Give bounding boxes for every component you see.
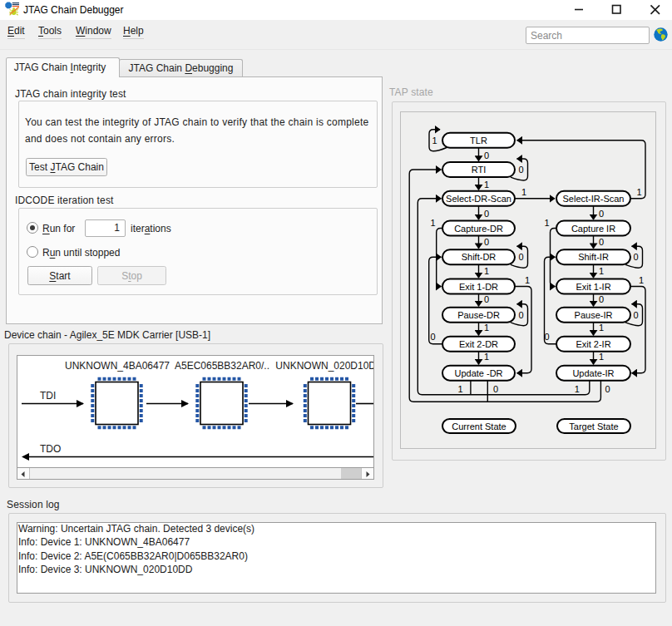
tap-node-pause-ir-label: Pause-IR xyxy=(575,310,613,320)
edge-label-exit2ir-updateir: 1 xyxy=(599,352,604,362)
device-chain-canvas: UNKNOWN_4BA06477 A5EC065BB32AR0/.. UNKNO… xyxy=(17,355,374,480)
menu-window[interactable]: Window xyxy=(76,25,111,39)
edge-label-rti-seldr: 1 xyxy=(484,180,489,190)
tap-state-diagram: TLR RTI Select-DR-Scan Select-IR-Scan Ca… xyxy=(401,112,655,448)
idcode-group-title: IDCODE iteration test xyxy=(15,195,114,206)
edge-label-pausedr-exit2dr: 1 xyxy=(484,323,489,333)
log-line-3: Info: Device 2: A5E(C065BB32AR0|D065BB32… xyxy=(18,550,248,562)
edge-label-exit1ir-updateir: 1 xyxy=(639,275,644,285)
device-2-chip[interactable] xyxy=(197,379,245,427)
run-for-label: Run for xyxy=(42,223,75,234)
scroll-left-button[interactable] xyxy=(17,468,30,479)
device-1-label: UNKNOWN_4BA06477 xyxy=(65,360,170,372)
tap-node-exit1-dr-label: Exit 1-DR xyxy=(459,282,498,292)
menu-tools[interactable]: Tools xyxy=(38,25,62,39)
scroll-right-button[interactable] xyxy=(361,468,373,479)
edge-label-capdr-shiftdr: 0 xyxy=(484,237,489,247)
search-input[interactable] xyxy=(526,27,650,44)
tap-node-select-ir-label: Select-IR-Scan xyxy=(563,194,625,204)
session-log-title: Session log xyxy=(7,499,60,510)
menu-help[interactable]: Help xyxy=(123,25,144,39)
menu-bar: Edit Tools Window Help xyxy=(0,20,672,50)
menu-edit[interactable]: Edit xyxy=(7,25,25,39)
edge-label-updatedr-0: 0 xyxy=(493,384,498,394)
edge-label-pauseir-self: 0 xyxy=(633,310,638,320)
tap-node-capture-dr-label: Capture-DR xyxy=(454,224,503,234)
device-chain-scrollbar[interactable] xyxy=(17,467,373,479)
tap-state-panel: TLR RTI Select-DR-Scan Select-IR-Scan Ca… xyxy=(400,111,656,449)
edge-label-rti-self: 0 xyxy=(518,165,523,175)
integrity-description: You can test the integrity of JTAG chain… xyxy=(25,114,391,148)
edge-label-exit1dr-updatedr: 1 xyxy=(525,275,530,285)
edge-label-updateir-0: 0 xyxy=(605,384,610,394)
close-button[interactable] xyxy=(635,0,672,20)
edge-label-exit2dr-shiftdr: 0 xyxy=(430,332,435,342)
run-until-stopped-label: Run until stopped xyxy=(42,247,120,259)
maximize-button[interactable] xyxy=(597,0,635,20)
device-chain-title: Device chain - Agilex_5E MDK Carrier [US… xyxy=(4,329,210,341)
edge-label-updateir-1: 1 xyxy=(575,384,580,394)
tdo-label: TDO xyxy=(40,443,61,455)
edge-label-exit1dr-pausedr: 0 xyxy=(484,294,489,304)
edge-label-shiftdr-exit1dr: 1 xyxy=(484,266,489,276)
edge-label-exit2ir-shiftir: 0 xyxy=(544,332,549,342)
globe-icon[interactable] xyxy=(654,27,668,42)
tap-node-rti-label: RTI xyxy=(472,165,487,175)
minimize-icon xyxy=(560,0,597,20)
session-log-box[interactable]: Warning: Uncertain JTAG chain. Detected … xyxy=(17,522,656,594)
edge-label-tlr-rti: 0 xyxy=(484,150,489,160)
edge-label-capir-exit1ir: 1 xyxy=(544,218,549,228)
edge-label-pausedr-self: 0 xyxy=(518,310,523,320)
window-title: JTAG Chain Debugger xyxy=(23,0,124,20)
edge-label-shiftir-self: 0 xyxy=(633,252,638,262)
tdi-label: TDI xyxy=(40,390,56,402)
tap-node-update-dr-label: Update -DR xyxy=(454,368,502,378)
run-until-stopped-radio[interactable] xyxy=(27,246,38,258)
edge-label-seldr-capdr: 0 xyxy=(484,209,489,219)
log-line-4: Info: Device 3: UNKNOWN_020D10DD xyxy=(18,564,192,575)
tap-state-title: TAP state xyxy=(389,86,433,98)
log-line-1: Warning: Uncertain JTAG chain. Detected … xyxy=(18,523,254,535)
edge-label-capdr-exit1dr: 1 xyxy=(430,218,435,228)
start-button[interactable]: Start xyxy=(27,266,92,285)
edge-label-selir-tlr: 1 xyxy=(637,187,642,197)
tab-jtag-chain-debugging[interactable]: JTAG Chain Debugging xyxy=(119,59,243,76)
tap-node-tlr-label: TLR xyxy=(470,136,487,145)
tap-node-shift-ir-label: Shift-IR xyxy=(578,252,609,262)
run-for-radio[interactable] xyxy=(27,222,38,234)
tap-node-update-ir-label: Update-IR xyxy=(572,368,614,378)
device-3-chip[interactable] xyxy=(305,379,353,427)
test-jtag-chain-button[interactable]: Test JTAG Chain xyxy=(26,158,107,176)
stop-button[interactable]: Stop xyxy=(97,266,166,285)
integrity-group-title: JTAG chain integrity test xyxy=(15,88,126,100)
close-icon xyxy=(635,0,672,20)
edge-label-exit2dr-updatedr: 1 xyxy=(484,352,489,362)
edge-label-shiftdr-self: 0 xyxy=(518,252,523,262)
edge-label-exit1ir-pauseir: 0 xyxy=(599,294,604,304)
iterations-label: iterations xyxy=(131,223,171,234)
tap-node-select-dr-label: Select-DR-Scan xyxy=(446,194,511,204)
current-state-button-label: Current State xyxy=(452,421,506,431)
maximize-icon xyxy=(597,0,635,20)
device-3-label: UNKNOWN_020D10DD xyxy=(275,360,373,372)
iterations-input[interactable]: 1 xyxy=(85,219,126,237)
edge-label-pauseir-exit2ir: 1 xyxy=(599,323,604,333)
edge-label-capir-shiftir: 0 xyxy=(599,237,604,247)
device-1-chip[interactable] xyxy=(92,379,141,427)
scrollbar-thumb[interactable] xyxy=(341,468,363,479)
tap-node-exit1-ir-label: Exit 1-IR xyxy=(576,282,610,292)
edge-label-shiftir-exit1ir: 1 xyxy=(599,266,604,276)
log-line-2: Info: Device 1: UNKNOWN_4BA06477 xyxy=(18,536,190,548)
tap-node-exit2-dr-label: Exit 2-DR xyxy=(459,339,498,349)
device-2-label: A5EC065BB32AR0/.. xyxy=(175,360,269,372)
edge-label-tlr-self: 1 xyxy=(432,136,437,145)
edge-label-seldr-selir: 1 xyxy=(521,187,526,197)
app-window: JTAG Chain Debugger Edit Tools Window He… xyxy=(0,0,672,626)
edge-label-updatedr-1: 1 xyxy=(458,384,463,394)
device-chain-diagram: UNKNOWN_4BA06477 A5EC065BB32AR0/.. UNKNO… xyxy=(17,356,373,467)
tab-jtag-chain-integrity[interactable]: JTAG Chain Integrity xyxy=(6,57,120,77)
app-icon xyxy=(5,2,20,17)
target-state-button-label: Target State xyxy=(569,421,618,431)
minimize-button[interactable] xyxy=(560,0,597,20)
tap-node-exit2-ir-label: Exit 2-IR xyxy=(576,339,610,349)
